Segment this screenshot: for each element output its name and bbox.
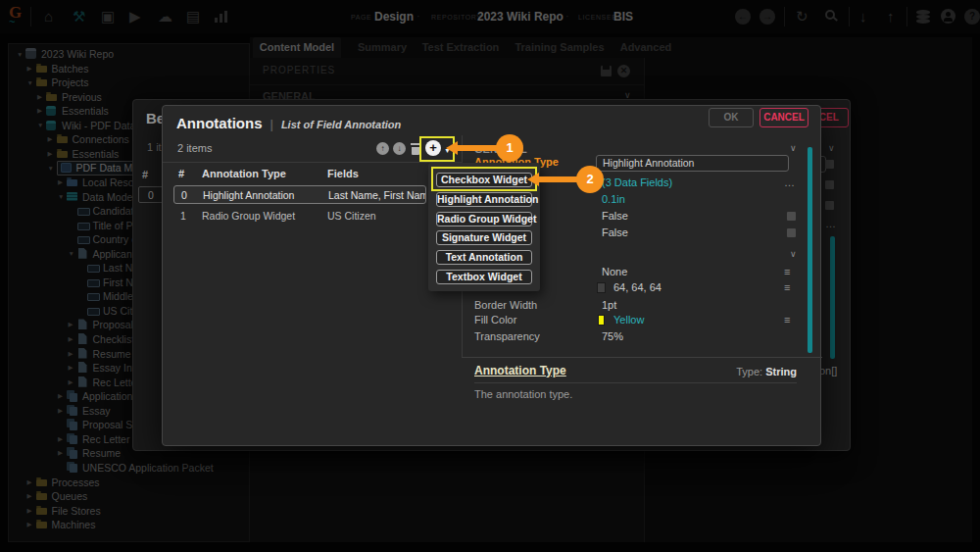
column-header-[interactable]: # xyxy=(178,168,184,179)
chevron-down-icon[interactable]: ∨ xyxy=(790,143,797,153)
callout-arrowhead-2 xyxy=(527,173,539,186)
dialog-subtitle: List of Field Annotation xyxy=(281,119,401,130)
annotation-type-cell: Radio Group Widget xyxy=(202,210,295,222)
menu-item-radio-group-widget[interactable]: Radio Group Widget xyxy=(436,212,532,226)
help-property-title: Annotation Type xyxy=(474,364,566,377)
callout-arrow-2 xyxy=(538,176,578,182)
property-value-75[interactable]: 75% xyxy=(602,330,623,342)
cancel-button[interactable]: CANCEL xyxy=(760,108,808,127)
help-description: The annotation type. xyxy=(474,388,572,400)
callout-arrowhead-1 xyxy=(446,141,458,155)
menu-item-textbox-widget[interactable]: Textbox Widget xyxy=(436,270,532,284)
move-down-icon[interactable]: ↓ xyxy=(393,142,406,155)
ellipsis-button[interactable]: … xyxy=(784,176,795,188)
callout-step-2: 2 xyxy=(576,166,604,193)
property-value-64-64-64[interactable]: 64, 64, 64 xyxy=(613,281,662,293)
property-value-none[interactable]: None xyxy=(602,266,627,277)
menu-icon[interactable]: ≡ xyxy=(784,281,790,293)
menu-item-signature-widget[interactable]: Signature Widget xyxy=(436,230,532,245)
gray-color-swatch xyxy=(597,282,606,293)
help-type-value: String xyxy=(765,366,797,377)
ok-button[interactable]: OK xyxy=(709,108,754,127)
checkbox[interactable] xyxy=(787,228,796,237)
highlight-box-checkbox-widget xyxy=(431,167,537,191)
property-value-yellow[interactable]: Yellow xyxy=(613,314,644,326)
fields-cell: US Citizen xyxy=(327,210,376,222)
property-label-fill-color: Fill Color xyxy=(474,314,516,326)
items-count: 2 items xyxy=(177,142,212,154)
property-label-transparency: Transparency xyxy=(474,330,540,342)
callout-step-1: 1 xyxy=(496,134,523,162)
row-index: 1 xyxy=(180,210,186,222)
property-value-3-data-fields[interactable]: (3 Data Fields) xyxy=(602,176,672,188)
property-label-border-width: Border Width xyxy=(474,299,537,311)
move-up-icon[interactable]: ↑ xyxy=(376,142,389,155)
callout-arrow-1 xyxy=(457,145,497,151)
annotation-row-1[interactable]: 1Radio Group WidgetUS Citizen xyxy=(173,207,426,226)
menu-icon[interactable]: ≡ xyxy=(784,314,790,326)
annotation-row-0[interactable]: 0Highlight AnnotationLast Name, First Na… xyxy=(173,185,426,204)
property-value-false[interactable]: False xyxy=(602,226,628,238)
column-header-fields[interactable]: Fields xyxy=(327,168,359,179)
fields-cell: Last Name, First Name, xyxy=(328,189,426,201)
chevron-down-icon[interactable]: ∨ xyxy=(790,249,797,259)
annotation-type-input[interactable]: Highlight Annotation xyxy=(596,155,789,172)
annotation-type-cell: Highlight Annotation xyxy=(203,189,294,201)
help-type-label: Type: xyxy=(736,366,762,377)
checkbox[interactable] xyxy=(787,212,796,221)
column-header-annotation-type[interactable]: Annotation Type xyxy=(202,168,286,179)
scrollbar[interactable] xyxy=(808,147,812,353)
menu-item-highlight-annotation[interactable]: Highlight Annotation xyxy=(436,192,532,207)
menu-icon[interactable]: ≡ xyxy=(784,266,790,277)
help-type: Type: String xyxy=(653,366,797,377)
row-index: 0 xyxy=(181,189,187,201)
menu-item-text-annotation[interactable]: Text Annotation xyxy=(436,250,532,265)
dialog-title: Annotations xyxy=(176,115,263,131)
property-value-0-1in[interactable]: 0.1in xyxy=(602,193,625,205)
property-value-1pt[interactable]: 1pt xyxy=(602,299,616,311)
title-separator: | xyxy=(270,117,273,131)
property-value-false[interactable]: False xyxy=(602,210,628,222)
yellow-color-swatch xyxy=(598,315,605,326)
